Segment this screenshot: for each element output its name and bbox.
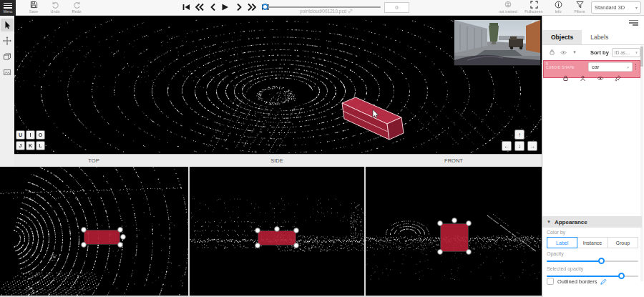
sort-order-value: ID as… (615, 50, 630, 55)
color-by-instance-button[interactable]: Instance (577, 237, 608, 248)
appearance-section-header[interactable]: ▼ Appearance (542, 216, 642, 228)
nav-down-button[interactable]: ↓ (514, 141, 525, 151)
tab-objects[interactable]: Objects (542, 30, 582, 44)
save-button[interactable]: Save (24, 1, 44, 15)
cuboid-tool-button[interactable] (1, 50, 14, 63)
not-trained-label: not trained (499, 9, 517, 14)
pan-tool-button[interactable] (1, 34, 14, 47)
filters-button[interactable]: Filters (570, 1, 590, 15)
move-icon (3, 36, 11, 45)
pin-icon (615, 75, 621, 82)
outlined-borders-label: Outlined borders (557, 278, 597, 285)
lock-icon (549, 49, 555, 56)
panel-settings-icon[interactable] (629, 20, 638, 27)
menu-label: Menu (4, 9, 13, 14)
skip-to-start-button[interactable] (180, 2, 192, 12)
play-button[interactable] (219, 2, 230, 12)
opacity-slider[interactable] (547, 258, 638, 265)
undo-icon (52, 1, 59, 9)
selected-opacity-label: Selected opacity (547, 266, 583, 271)
brain-icon (504, 1, 512, 9)
object-lock-button[interactable] (562, 72, 569, 84)
top-view-label: TOP (88, 157, 99, 164)
color-by-label: Color by (547, 230, 565, 235)
current-file-name: pointcloud/001210.pcd (276, 9, 376, 14)
hotkey-u-button[interactable]: U (16, 130, 25, 140)
eye-icon (597, 75, 604, 82)
chevron-down-icon: ▾ (635, 50, 638, 54)
hotkey-i-button[interactable]: I (26, 130, 35, 140)
hotkey-j-button[interactable]: J (16, 141, 25, 150)
outlined-borders-checkbox[interactable] (547, 278, 554, 285)
layout-mode-value: Standard 3D (595, 4, 625, 11)
fullscreen-label: Fullscreen (525, 9, 542, 14)
step-backward-button[interactable] (207, 2, 218, 12)
color-by-label-button[interactable]: Label (547, 237, 577, 248)
top-view-canvas[interactable] (0, 167, 188, 296)
skip-start-icon (182, 3, 191, 11)
hotkey-l-button[interactable]: L (36, 141, 45, 150)
chevron-down-icon: ▾ (635, 5, 638, 10)
front-view-canvas[interactable] (366, 167, 542, 296)
fullscreen-button[interactable]: Fullscreen (524, 1, 544, 15)
scrollbar-thumb[interactable] (640, 47, 643, 67)
hotkey-k-button[interactable]: K (26, 141, 35, 150)
undo-button[interactable]: Undo (45, 1, 65, 15)
object-list-item-car[interactable]: 5 CUBOID SHAPE car ▾ ⋮ (543, 60, 640, 78)
object-pin-button[interactable] (615, 72, 621, 84)
nn-not-trained-button[interactable]: not trained (498, 1, 518, 15)
object-class-select[interactable]: car ▾ (588, 62, 633, 72)
save-icon (30, 1, 38, 9)
tab-labels[interactable]: Labels (582, 30, 617, 44)
step-forward-button[interactable] (233, 2, 245, 12)
object-menu-button[interactable]: ⋮ (633, 63, 639, 70)
cuboid-icon (3, 52, 11, 61)
annotation-app: Menu Save Undo Redo (0, 0, 644, 297)
image-tool-button[interactable] (1, 66, 14, 79)
expand-all-button[interactable]: ▾ (569, 49, 580, 55)
select-tool-button[interactable] (1, 19, 14, 31)
color-by-group-button[interactable]: Group (608, 237, 638, 248)
nav-up-button[interactable]: ↑ (514, 130, 525, 140)
front-view-label: FRONT (444, 157, 463, 164)
color-by-group: Label Instance Group (547, 237, 638, 248)
sort-by-label: Sort by (590, 49, 609, 56)
lock-all-button[interactable] (546, 49, 557, 56)
selected-opacity-slider-thumb[interactable] (618, 273, 625, 279)
lock-icon (562, 75, 569, 82)
info-button[interactable]: Info (548, 1, 568, 15)
mouse-cursor (372, 109, 380, 119)
layout-mode-select[interactable]: Standard 3D ▾ (591, 1, 641, 14)
panel-tabs: Objects Labels (542, 30, 644, 45)
sort-order-select[interactable]: ID as… ▾ (612, 48, 640, 57)
object-author-button[interactable] (580, 72, 586, 84)
redo-label: Redo (72, 9, 81, 14)
main-menu-button[interactable]: Menu (0, 0, 16, 16)
frame-number-input[interactable] (384, 2, 409, 13)
info-icon (555, 1, 562, 9)
timeline-thumb[interactable] (262, 4, 268, 10)
fast-backward-icon (195, 3, 204, 11)
step-backward-icon (209, 3, 217, 11)
timeline-slider[interactable] (265, 6, 381, 8)
camera-preview-thumbnail[interactable] (454, 20, 540, 65)
main-3d-viewport[interactable]: U I O J K L ↑ ← ↓ → (14, 16, 542, 154)
panel-scrollbar[interactable] (640, 45, 643, 281)
object-class-value: car (592, 64, 599, 70)
opacity-slider-thumb[interactable] (598, 258, 605, 264)
link-icon (348, 9, 353, 14)
nav-left-button[interactable]: ← (502, 141, 512, 151)
fast-backward-button[interactable] (193, 2, 205, 12)
hamburger-icon (4, 3, 12, 9)
step-forward-icon (235, 3, 243, 11)
fast-forward-button[interactable] (246, 2, 258, 12)
pointer-icon (3, 21, 11, 29)
object-visibility-button[interactable] (597, 72, 604, 84)
nav-right-button[interactable]: → (527, 141, 537, 151)
side-view-canvas[interactable] (190, 167, 364, 296)
hotkey-o-button[interactable]: O (36, 130, 45, 140)
visibility-all-button[interactable] (557, 49, 569, 56)
top-toolbar: Menu Save Undo Redo (0, 0, 644, 16)
redo-button[interactable]: Redo (67, 1, 87, 15)
edit-outline-pencil-icon[interactable] (600, 278, 607, 285)
